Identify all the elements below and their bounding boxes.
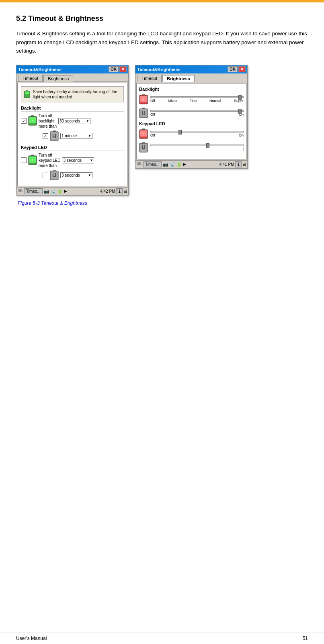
taskbar-start-brightness[interactable]: 🏁 xyxy=(136,162,142,167)
backlight-dropdown2[interactable]: 1 minute ▼ xyxy=(60,133,92,139)
svg-text:+: + xyxy=(143,98,144,101)
figure-caption: Figure 5-3 Timeout & Brightness xyxy=(18,200,308,206)
keypad-plug-slider-wrap: | xyxy=(150,145,244,151)
bright-label-off: Off xyxy=(150,99,155,103)
bright-keypad-label: Keypad LED xyxy=(139,121,244,126)
keypad-checkbox2[interactable] xyxy=(43,173,48,178)
screenshots-row: Timeout&Brightness OK ✕ Timeout Brightne… xyxy=(16,65,308,196)
taskbar-app-brightness[interactable]: Timeo... xyxy=(143,161,162,167)
plug-slider-track[interactable] xyxy=(150,110,244,112)
keypad-slider-track[interactable] xyxy=(150,131,244,132)
svg-rect-18 xyxy=(50,171,58,180)
titlebar-buttons-timeout: OK ✕ xyxy=(109,66,127,72)
dropdown-arrow1: ▼ xyxy=(86,119,89,123)
backlight-label: Backlight xyxy=(21,106,124,112)
plug-label-off: Off xyxy=(150,112,155,116)
svg-rect-27 xyxy=(139,109,148,118)
keypad-row1: + Turn offkeypad LEDmore than 3 seconds … xyxy=(21,153,124,168)
titlebar-buttons-brightness: OK ✕ xyxy=(228,66,246,72)
dialog-titlebar-brightness: Timeout&Brightness OK ✕ xyxy=(135,65,247,73)
slider-thumb-plug[interactable] xyxy=(238,109,242,114)
svg-rect-9 xyxy=(50,132,58,141)
tab-timeout-brightness-dlg[interactable]: Timeout xyxy=(137,75,162,82)
timeout-dialog: Timeout&Brightness OK ✕ Timeout Brightne… xyxy=(16,65,129,196)
keypad-checkbox1[interactable] xyxy=(21,157,27,163)
dialog-tabs-brightness: Timeout Brightness xyxy=(135,73,247,82)
taskbar-printer-brightness: 🖨 xyxy=(243,162,246,166)
tab-brightness-active[interactable]: Brightness xyxy=(162,75,194,82)
brightness-dialog: Timeout&Brightness OK ✕ Timeout Brightne… xyxy=(135,65,248,169)
dialog-close-button-timeout[interactable]: ✕ xyxy=(119,66,127,72)
section-description: Timeout & Brightness setting is a tool f… xyxy=(16,29,308,55)
bright-backlight-label: Backlight xyxy=(139,87,244,92)
slider-thumb-keypad[interactable] xyxy=(178,130,182,135)
taskbar-start-timeout[interactable]: 🏁 xyxy=(17,189,23,194)
dialog-title-brightness: Timeout&Brightness xyxy=(137,67,180,72)
slider-thumb-back[interactable] xyxy=(238,95,242,100)
tab-brightness-inactive[interactable]: Brightness xyxy=(43,75,73,82)
backlight-slider-labels: Off Micro Fine Normal Super xyxy=(150,99,244,103)
backlight-row2: 1 minute ▼ xyxy=(43,130,124,142)
bright-keypad-plug-row: | xyxy=(139,142,244,153)
taskbar-app-timeout[interactable]: Timeo... xyxy=(24,188,43,194)
bright-keypad-battery-icon: + xyxy=(139,128,148,140)
slider-thumb-keypad-plug[interactable] xyxy=(206,143,209,148)
dialog-title-timeout: Timeout&Brightness xyxy=(18,67,62,72)
plug-slider-labels: Off On xyxy=(150,112,244,116)
battery-full-icon: + xyxy=(28,115,37,126)
keypad-label-on: On xyxy=(239,133,244,137)
svg-text:+: + xyxy=(32,159,33,161)
keypad-plug-slider-labels: | xyxy=(150,147,244,151)
tab-timeout[interactable]: Timeout xyxy=(18,75,43,82)
taskbar-time-brightness: 4:41 PM xyxy=(219,162,234,167)
taskbar-arrow-brightness: ▶ xyxy=(183,162,186,166)
bright-keypad-battery-row: + Off On xyxy=(139,128,244,140)
backlight-slider-wrap: Off Micro Fine Normal Super xyxy=(150,96,244,103)
keypad-slider-labels: Off On xyxy=(150,133,244,137)
dialog-ok-button-timeout[interactable]: OK xyxy=(109,66,119,72)
backlight-dropdown2-value: 1 minute xyxy=(62,134,77,138)
taskbar-arrow-timeout: ▶ xyxy=(64,189,67,193)
keypad-plug-slider-track[interactable] xyxy=(150,145,244,146)
svg-text:+: + xyxy=(32,119,33,122)
keypad-dropdown1[interactable]: 3 seconds ▼ xyxy=(62,157,94,163)
svg-rect-36 xyxy=(139,143,148,152)
dialog-close-button-brightness[interactable]: ✕ xyxy=(238,66,246,72)
keypad-dropdown1-value: 3 seconds xyxy=(63,158,82,163)
keypad-led-label: Keypad LED xyxy=(21,145,124,151)
taskbar-printer-timeout: 🖨 xyxy=(124,189,127,193)
dialog-body-brightness: Backlight + Off xyxy=(136,83,246,159)
dialog-tabs-timeout: Timeout Brightness xyxy=(16,73,128,82)
keypad-dropdown2-value: 3 seconds xyxy=(62,173,80,177)
taskbar-icons-brightness: 📷 📡 🔋 xyxy=(163,162,182,167)
plug-icon xyxy=(50,130,59,142)
footer: User's Manual 51 xyxy=(0,632,324,644)
plug-slider-wrap: Off On xyxy=(150,110,244,116)
taskbar-icons-timeout: 📷 📡 🔋 xyxy=(44,189,63,194)
backlight-checkbox1[interactable] xyxy=(21,118,27,124)
keypad-row2: 3 seconds ▼ xyxy=(43,170,124,181)
keypad-plug-icon xyxy=(50,170,59,181)
bright-label-fine: Fine xyxy=(190,99,197,103)
taskbar-timeout: 🏁 Timeo... 📷 📡 🔋 ▶ 4:42 PM 1 🖨 xyxy=(16,187,128,195)
backlight-dropdown1-value: 30 seconds xyxy=(59,119,80,123)
backlight-dropdown1[interactable]: 30 seconds ▼ xyxy=(58,118,90,124)
taskbar-num-timeout: 1 xyxy=(116,188,123,194)
keypad-slider-wrap: Off On xyxy=(150,131,244,137)
dialog-body-timeout: + Save battery life by automatically tur… xyxy=(17,83,127,186)
bright-battery-icon: + xyxy=(139,94,148,105)
save-battery-text: Save battery life by automatically turni… xyxy=(33,89,121,100)
keypad-dropdown2[interactable]: 3 seconds ▼ xyxy=(60,172,92,178)
battery-icon: + xyxy=(24,88,31,100)
footer-page-number: 51 xyxy=(303,636,308,641)
backlight-slider-track[interactable] xyxy=(150,96,244,98)
dropdown-arrow3: ▼ xyxy=(90,159,93,162)
keypad-turn-off-text: Turn offkeypad LEDmore than xyxy=(39,153,60,168)
backlight-checkbox2[interactable] xyxy=(43,133,48,139)
keypad-battery-icon: + xyxy=(28,155,37,166)
taskbar-brightness: 🏁 Timeo... 📷 📡 🔋 ▶ 4:41 PM 1 🖨 xyxy=(135,160,247,168)
bright-plug-row: Off On xyxy=(139,108,244,119)
section-title: 5.2 Timeout & Brightness xyxy=(16,14,308,23)
footer-left-label: User's Manual xyxy=(16,636,47,641)
dialog-ok-button-brightness[interactable]: OK xyxy=(228,66,238,72)
